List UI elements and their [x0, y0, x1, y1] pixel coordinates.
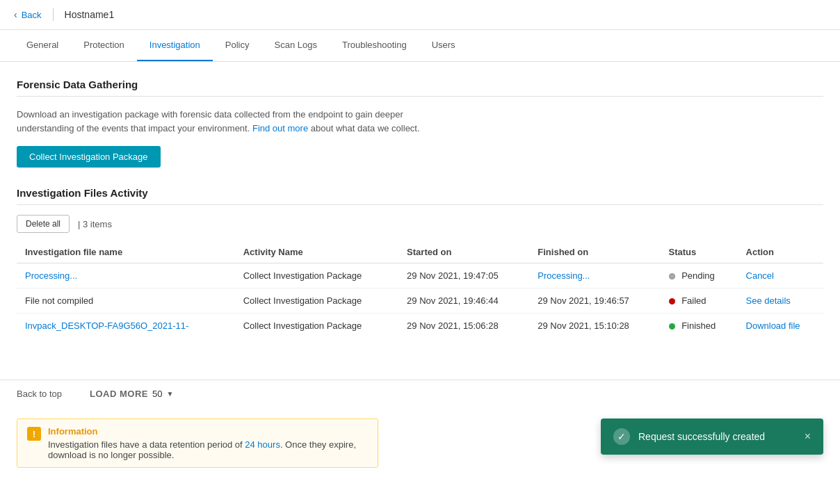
- forensic-divider: [17, 96, 823, 97]
- toast-close-button[interactable]: ×: [805, 431, 811, 442]
- tab-investigation[interactable]: Investigation: [137, 30, 213, 61]
- info-24hours-link[interactable]: 24 hours: [245, 439, 280, 450]
- table-row: Processing... Collect Investigation Pack…: [17, 263, 823, 288]
- status-dot-failed: [669, 298, 675, 304]
- status-cell: Finished: [661, 314, 738, 339]
- top-bar-divider: [53, 8, 54, 21]
- started-on-cell: 29 Nov 2021, 19:47:05: [398, 263, 529, 288]
- table-row: Invpack_DESKTOP-FA9G56O_2021-11- Collect…: [17, 314, 823, 339]
- col-status: Status: [661, 241, 738, 263]
- information-box: ! Information Investigation files have a…: [17, 418, 378, 468]
- tab-policy[interactable]: Policy: [213, 30, 262, 61]
- table-toolbar: Delete all | 3 items: [17, 215, 823, 233]
- file-name-link[interactable]: Invpack_DESKTOP-FA9G56O_2021-11-: [25, 320, 188, 331]
- tab-bar: General Protection Investigation Policy …: [0, 30, 840, 62]
- info-box-content: Information Investigation files have a d…: [48, 426, 368, 460]
- table-row: File not compiled Collect Investigation …: [17, 288, 823, 314]
- finished-on-cell: 29 Nov 2021, 19:46:57: [529, 288, 660, 314]
- col-file-name: Investigation file name: [17, 241, 235, 263]
- footer-bar: Back to top LOAD MORE 50 ▼: [0, 380, 840, 407]
- file-name-cell: Processing...: [17, 263, 235, 288]
- forensic-description: Download an investigation package with f…: [17, 108, 462, 135]
- collect-investigation-package-button[interactable]: Collect Investigation Package: [17, 146, 161, 168]
- bottom-section: ! Information Investigation files have a…: [0, 407, 840, 479]
- status-dot-pending: [669, 273, 675, 279]
- finished-on-cell: 29 Nov 2021, 15:10:28: [529, 314, 660, 339]
- toast-check-icon: ✓: [613, 428, 630, 445]
- checkmark-icon: ✓: [617, 431, 626, 442]
- toast-message-text: Request successfully created: [638, 431, 796, 442]
- back-to-top-link[interactable]: Back to top: [17, 389, 62, 399]
- table-header-row: Investigation file name Activity Name St…: [17, 241, 823, 263]
- back-label: Back: [22, 10, 42, 20]
- activity-divider: [17, 204, 823, 205]
- activity-name-cell: Collect Investigation Package: [235, 314, 398, 339]
- col-action: Action: [738, 241, 823, 263]
- items-count-label: | 3 items: [78, 219, 112, 229]
- top-bar: ‹ Back Hostname1: [0, 0, 840, 30]
- status-cell: Failed: [661, 288, 738, 314]
- status-dot-finished: [669, 323, 675, 330]
- download-file-action-link[interactable]: Download file: [746, 320, 800, 331]
- info-box-text: Investigation files have a data retentio…: [48, 439, 368, 460]
- started-on-cell: 29 Nov 2021, 19:46:44: [398, 288, 529, 314]
- toast-notification: ✓ Request successfully created ×: [601, 418, 823, 455]
- tab-users[interactable]: Users: [419, 30, 468, 61]
- status-label: Pending: [681, 270, 715, 281]
- info-text-line1: Investigation files have a data retentio…: [48, 439, 245, 450]
- delete-all-button[interactable]: Delete all: [17, 215, 70, 233]
- status-label: Failed: [681, 295, 706, 306]
- activity-section-title: Investigation Files Activity: [17, 187, 823, 199]
- forensic-section: Forensic Data Gathering Download an inve…: [17, 79, 823, 168]
- activity-name-cell: Collect Investigation Package: [235, 263, 398, 288]
- info-icon: !: [27, 427, 41, 441]
- activity-name-cell: Collect Investigation Package: [235, 288, 398, 314]
- see-details-action-link[interactable]: See details: [746, 295, 791, 306]
- action-cell: See details: [738, 288, 823, 314]
- col-finished-on: Finished on: [529, 241, 660, 263]
- cancel-action-link[interactable]: Cancel: [746, 270, 774, 281]
- tab-scan-logs[interactable]: Scan Logs: [261, 30, 329, 61]
- activity-section: Investigation Files Activity Delete all …: [17, 187, 823, 338]
- col-activity-name: Activity Name: [235, 241, 398, 263]
- load-more-value: 50: [152, 389, 162, 399]
- back-arrow-icon: ‹: [14, 9, 17, 20]
- load-more-label[interactable]: LOAD MORE: [90, 389, 148, 399]
- find-out-more-link[interactable]: Find out more: [252, 123, 308, 133]
- file-name-processing: Processing...: [25, 270, 77, 281]
- hostname-label: Hostname1: [65, 9, 115, 20]
- activity-table: Investigation file name Activity Name St…: [17, 241, 823, 338]
- info-icon-label: !: [33, 429, 35, 439]
- forensic-desc-text2: about what data we collect.: [311, 123, 420, 133]
- status-cell: Pending: [661, 263, 738, 288]
- finished-processing: Processing...: [538, 270, 590, 281]
- started-on-cell: 29 Nov 2021, 15:06:28: [398, 314, 529, 339]
- status-label: Finished: [681, 320, 716, 331]
- forensic-section-title: Forensic Data Gathering: [17, 79, 823, 90]
- action-cell: Cancel: [738, 263, 823, 288]
- file-name-cell: File not compiled: [17, 288, 235, 314]
- tab-protection[interactable]: Protection: [71, 30, 137, 61]
- finished-on-cell: Processing...: [529, 263, 660, 288]
- back-link[interactable]: ‹ Back: [14, 9, 42, 20]
- load-more-section: LOAD MORE 50 ▼: [90, 389, 173, 399]
- info-box-title: Information: [48, 426, 368, 437]
- load-more-dropdown-arrow-icon[interactable]: ▼: [166, 390, 173, 398]
- tab-troubleshooting[interactable]: Troubleshooting: [330, 30, 419, 61]
- main-content: Forensic Data Gathering Download an inve…: [0, 62, 840, 338]
- tab-general[interactable]: General: [14, 30, 71, 61]
- action-cell: Download file: [738, 314, 823, 339]
- file-name-cell: Invpack_DESKTOP-FA9G56O_2021-11-: [17, 314, 235, 339]
- col-started-on: Started on: [398, 241, 529, 263]
